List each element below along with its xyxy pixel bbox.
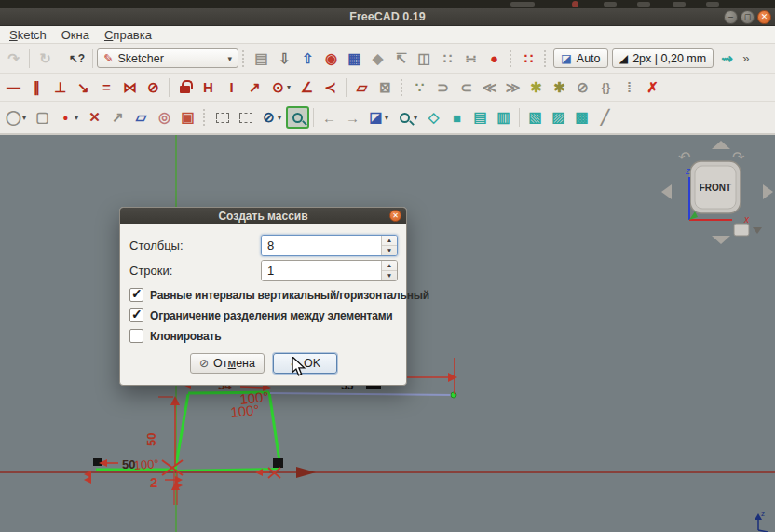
dim-offset-label[interactable]: 2	[150, 474, 157, 490]
selection-box-alt-icon[interactable]	[234, 106, 257, 129]
selection-box-icon[interactable]	[211, 106, 234, 129]
sketch-edge-left-slant[interactable]	[175, 394, 188, 471]
select-origin-icon[interactable]: ∵	[408, 76, 431, 99]
selected-point[interactable]	[93, 458, 102, 466]
constraint-distance-icon[interactable]: ↗	[243, 76, 266, 99]
radius-dropdown-caret[interactable]: ▾	[287, 83, 295, 91]
select-constraints-icon[interactable]: ≪	[478, 76, 501, 99]
mirror-sketch-icon[interactable]: ∷	[436, 48, 459, 70]
whats-this-icon[interactable]: ↖?	[65, 48, 88, 70]
nav-cube-face-label[interactable]: FRONT	[700, 183, 731, 193]
dim-angle-bottom-label[interactable]: 100°	[133, 457, 159, 472]
dialog-close-button[interactable]: ✕	[389, 210, 401, 222]
home-view-caret[interactable]: ▾	[385, 114, 393, 122]
sketch-edge-right-slant[interactable]	[269, 392, 280, 468]
nav-arrow-up[interactable]	[712, 141, 730, 149]
redo-icon[interactable]: ↷	[2, 48, 25, 70]
rear-view-icon[interactable]: ▧	[523, 106, 547, 129]
checkbox-label-2[interactable]: Клонировать	[150, 330, 221, 343]
close-button[interactable]: ✕	[757, 10, 771, 24]
array-transform-icon[interactable]: ∷	[517, 48, 540, 70]
constraint-horizontal-icon[interactable]: —	[2, 76, 25, 99]
sketch-sheet-icon[interactable]: ▤	[250, 48, 273, 70]
rows-spin-up[interactable]: ▲	[382, 261, 397, 271]
maximize-button[interactable]: ◻	[741, 10, 755, 24]
navigation-cube[interactable]: ↶ ↷ FRONT z x	[661, 141, 773, 244]
leader-line-icon[interactable]: ⇝	[715, 48, 739, 70]
stop-operation-caret[interactable]: ▾	[278, 114, 286, 122]
delete-all-geometry-icon[interactable]: ✗	[641, 76, 664, 99]
leave-sketch-icon[interactable]: ↸	[389, 48, 413, 70]
dim-angle-lower-label[interactable]: 100°	[230, 402, 261, 420]
zoom-dropdown-caret[interactable]: ▾	[414, 114, 422, 122]
constraint-angle-icon[interactable]: ∠	[295, 76, 319, 99]
constraint-vertical-distance-icon[interactable]: I	[220, 76, 243, 99]
cube-icon[interactable]: ◆	[366, 48, 389, 70]
connect-edges-icon[interactable]: ⊂	[455, 76, 478, 99]
workbench-selector[interactable]: ✎Sketcher▾	[97, 48, 238, 68]
select-conflicting-icon[interactable]: ✱	[548, 76, 571, 99]
rows-input[interactable]	[262, 261, 381, 280]
columns-spin-down[interactable]: ▼	[382, 246, 397, 255]
cancel-button[interactable]: ⊘Отмена	[190, 353, 265, 374]
back-arrow-icon[interactable]: ←	[318, 106, 341, 129]
edit-sketch-icon[interactable]: ▦	[343, 48, 366, 70]
selected-point[interactable]	[273, 458, 283, 468]
minimize-button[interactable]: –	[724, 10, 738, 24]
right-view-icon[interactable]: ▥	[492, 106, 515, 129]
menu-item-справка[interactable]: Справка	[99, 27, 161, 43]
grid-auto-button[interactable]: ◪Auto	[553, 48, 608, 68]
toolbar-overflow-chevron[interactable]: »	[739, 51, 753, 65]
construction-line[interactable]	[270, 393, 454, 395]
import-tray-icon[interactable]: ⇩	[273, 48, 296, 70]
front-view-icon[interactable]: ■	[445, 106, 469, 129]
internal-alignment-icon[interactable]: ⁞	[618, 76, 641, 99]
point-dropdown-caret[interactable]: ▾	[75, 114, 83, 122]
close-shape-icon[interactable]: ⊃	[431, 76, 455, 99]
nav-mini-cube-icon[interactable]	[734, 224, 749, 236]
menu-item-sketch[interactable]: Sketch	[4, 27, 56, 43]
nav-arrow-left[interactable]	[661, 184, 672, 199]
rectangular-array-icon[interactable]: ▣	[176, 106, 199, 129]
nav-rotate-ccw-icon[interactable]: ↶	[678, 149, 690, 165]
nav-arrow-down[interactable]	[712, 236, 730, 244]
constraint-snell-icon[interactable]: ≺	[319, 76, 342, 99]
merge-sketches-icon[interactable]: ∺	[459, 48, 483, 70]
stop-macro-icon[interactable]: ●	[483, 48, 506, 70]
bottom-view-icon[interactable]: ▨	[547, 106, 570, 129]
top-view-icon[interactable]: ▤	[469, 106, 492, 129]
symmetric-clone-icon[interactable]: {}	[594, 76, 618, 99]
rows-spin-down[interactable]: ▼	[382, 271, 397, 280]
carbon-copy-icon[interactable]: ◎	[153, 106, 176, 129]
validate-sketch-icon[interactable]: ◉	[320, 48, 343, 70]
toggle-driving-constraint-icon[interactable]: ▱	[350, 76, 374, 99]
nav-arrow-right[interactable]	[763, 184, 773, 199]
checkbox-1[interactable]	[129, 308, 143, 322]
checkbox-2[interactable]	[129, 329, 143, 343]
dim-height-left-label[interactable]: 50	[144, 433, 158, 446]
map-sketch-icon[interactable]: ◫	[413, 48, 436, 70]
dialog-titlebar[interactable]: Создать массив ✕	[120, 208, 406, 224]
checkbox-label-1[interactable]: Ограничение разделения между элементами	[150, 309, 393, 322]
export-tray-icon[interactable]: ⇧	[296, 48, 320, 70]
view-sketch-active-icon[interactable]	[286, 106, 309, 129]
select-dof-icon[interactable]: ⊘	[571, 76, 594, 99]
construction-endpoint[interactable]	[451, 392, 456, 398]
columns-spin-up[interactable]: ▲	[382, 236, 397, 246]
trim-tool-icon[interactable]: ✕	[83, 106, 106, 129]
extend-tool-icon[interactable]: ↗	[106, 106, 129, 129]
constraint-symmetric-icon[interactable]: ⋈	[118, 76, 142, 99]
constraint-tangent-icon[interactable]: ↘	[72, 76, 95, 99]
constraint-horizontal-distance-icon[interactable]: H	[197, 76, 220, 99]
checkbox-label-0[interactable]: Равные интервалы вертикальный/горизонтал…	[150, 289, 429, 302]
external-geometry-icon[interactable]: ▱	[129, 106, 153, 129]
constraint-perpendicular-icon[interactable]: ⊥	[48, 76, 72, 99]
measure-icon[interactable]: ╱	[593, 106, 617, 129]
constraint-equal-icon[interactable]: =	[95, 76, 118, 99]
toggle-active-constraint-icon[interactable]: ⊠	[374, 76, 397, 99]
sketch-edge-bottom[interactable]	[176, 469, 279, 471]
constraint-parallel-icon[interactable]: ∥	[25, 76, 48, 99]
checkbox-0[interactable]	[129, 288, 143, 302]
nav-mini-cube-caret[interactable]	[753, 227, 762, 234]
polygon-dropdown-caret[interactable]: ▾	[22, 114, 31, 122]
